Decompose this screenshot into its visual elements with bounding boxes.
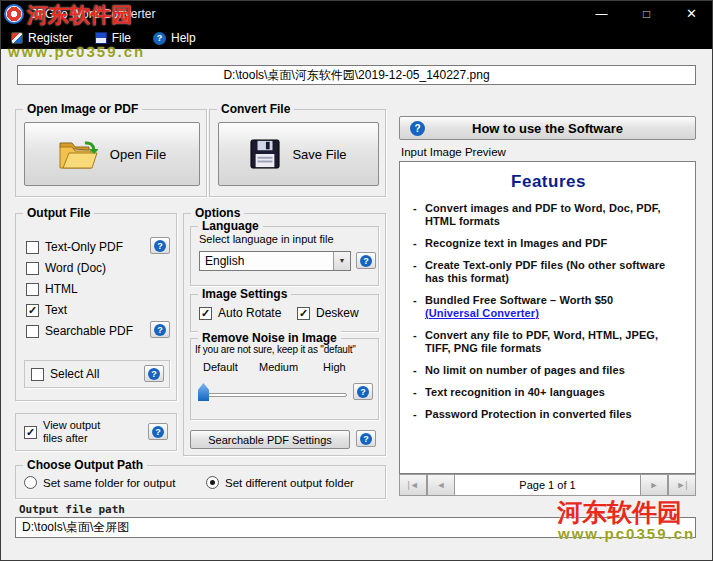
maximize-button[interactable]: □ xyxy=(624,1,669,27)
checkbox-label: Text-Only PDF xyxy=(45,240,123,254)
checkbox-box[interactable] xyxy=(31,368,44,381)
checkbox-box[interactable]: ✓ xyxy=(26,304,39,317)
feature-item: - Convert any file to PDF, Word, HTML, J… xyxy=(412,329,685,355)
radio-same-folder[interactable]: Set same folder for output xyxy=(24,476,175,489)
help-badge-language[interactable]: ? xyxy=(356,252,376,269)
help-badge-searchable-settings[interactable]: ? xyxy=(356,430,376,447)
checkbox-label: Text xyxy=(45,303,67,317)
bullet-icon: - xyxy=(413,259,417,272)
help-icon: ? xyxy=(153,32,166,45)
checkbox-deskew[interactable]: ✓ Deskew xyxy=(297,306,359,320)
convert-file-group: Convert File Save File xyxy=(209,109,386,197)
remove-noise-title: Remove Noise in Image xyxy=(198,331,341,345)
noise-level-high: High xyxy=(323,361,346,373)
output-file-path-field[interactable]: D:\tools\桌面\全屏图 xyxy=(15,517,696,538)
output-file-title: Output File xyxy=(23,206,94,220)
checkbox-searchable-pdf[interactable]: Searchable PDF xyxy=(26,324,133,338)
open-file-button[interactable]: Open File xyxy=(24,122,200,186)
menu-file[interactable]: File xyxy=(95,27,131,49)
checkbox-label: Auto Rotate xyxy=(218,306,281,320)
input-image-preview-panel: Features - Convert images and PDF to Wor… xyxy=(399,161,696,474)
checkbox-text[interactable]: ✓ Text xyxy=(26,303,67,317)
menu-file-label: File xyxy=(112,31,131,45)
question-icon: ? xyxy=(154,240,166,252)
select-all-panel: Select All ? xyxy=(24,360,170,388)
chevron-down-icon[interactable]: ▼ xyxy=(333,252,350,270)
remove-noise-subgroup: Remove Noise in Image If you are not sur… xyxy=(190,338,379,420)
language-subgroup: Language Select language in input file E… xyxy=(190,226,379,286)
open-image-group: Open Image or PDF Open File xyxy=(15,109,207,197)
menu-bar: Register File ? Help xyxy=(1,27,713,49)
searchable-pdf-settings-button[interactable]: Searchable PDF Settings xyxy=(190,430,350,449)
input-image-preview-label: Input Image Preview xyxy=(401,146,506,158)
how-to-use-button[interactable]: ? How to use the Software xyxy=(399,116,696,140)
output-file-path-label: Output file path xyxy=(19,503,125,516)
first-page-button[interactable]: |◄ xyxy=(399,474,427,496)
feature-item: - No limit on number of pages and files xyxy=(412,364,685,377)
minimize-button[interactable]: — xyxy=(579,1,624,27)
menu-help[interactable]: ? Help xyxy=(153,27,196,49)
question-icon: ? xyxy=(410,121,425,136)
checkbox-box[interactable] xyxy=(26,325,39,338)
question-icon: ? xyxy=(360,255,372,267)
feature-text: Recognize text in Images and PDF xyxy=(425,237,607,249)
checkbox-box[interactable]: ✓ xyxy=(199,307,212,320)
checkbox-label: Deskew xyxy=(316,306,359,320)
save-file-button[interactable]: Save File xyxy=(218,122,379,186)
radio-different-folder[interactable]: Set different output folder xyxy=(206,476,354,489)
feature-text: No limit on number of pages and files xyxy=(425,364,625,376)
how-to-use-label: How to use the Software xyxy=(472,121,623,136)
universal-converter-link[interactable]: (Universal Converter) xyxy=(425,307,685,320)
feature-item: - Password Protection in converted files xyxy=(412,408,685,421)
menu-register-label: Register xyxy=(28,31,73,45)
checkbox-box[interactable] xyxy=(26,262,39,275)
radio-label: Set different output folder xyxy=(225,477,354,489)
noise-slider-thumb[interactable] xyxy=(198,383,209,401)
checkbox-box[interactable]: ✓ xyxy=(24,426,37,439)
checkbox-view-output[interactable]: ✓ View output files after xyxy=(24,419,117,445)
choose-output-path-group: Choose Output Path Set same folder for o… xyxy=(15,465,386,499)
feature-text: Convert images and PDF to Word, Doc, PDF… xyxy=(425,202,661,227)
close-button[interactable]: ✕ xyxy=(669,1,713,27)
noise-slider-track[interactable] xyxy=(199,393,347,397)
question-icon: ? xyxy=(360,433,372,445)
checkbox-label: HTML xyxy=(45,282,78,296)
last-page-button[interactable]: ►| xyxy=(668,474,696,496)
language-dropdown[interactable]: English ▼ xyxy=(199,251,351,271)
checkbox-box[interactable] xyxy=(26,283,39,296)
language-title: Language xyxy=(198,219,263,233)
next-page-button[interactable]: ► xyxy=(640,474,668,496)
menu-register[interactable]: Register xyxy=(11,27,73,49)
page-indicator: Page 1 of 1 xyxy=(455,474,640,496)
help-badge-view-output[interactable]: ? xyxy=(148,423,168,440)
checkbox-box[interactable]: ✓ xyxy=(297,307,310,320)
checkbox-select-all[interactable]: Select All xyxy=(31,367,99,381)
checkbox-box[interactable] xyxy=(26,241,39,254)
open-file-label: Open File xyxy=(110,147,166,162)
bullet-icon: - xyxy=(413,408,417,421)
radio-button[interactable] xyxy=(24,476,37,489)
checkbox-label: Searchable PDF xyxy=(45,324,133,338)
checkbox-word-doc[interactable]: Word (Doc) xyxy=(26,261,106,275)
feature-item: - Convert images and PDF to Word, Doc, P… xyxy=(412,202,685,228)
help-badge-noise[interactable]: ? xyxy=(353,383,373,400)
searchable-pdf-settings-label: Searchable PDF Settings xyxy=(208,434,332,446)
preview-pagination: |◄ ◄ Page 1 of 1 ► ►| xyxy=(399,474,696,496)
view-output-panel: ✓ View output files after ? xyxy=(15,413,177,451)
help-badge-searchable-pdf[interactable]: ? xyxy=(150,321,170,338)
input-file-path-field[interactable]: D:\tools\桌面\河东软件园\2019-12-05_140227.png xyxy=(17,65,696,85)
bullet-icon: - xyxy=(413,202,417,215)
help-badge-text-only-pdf[interactable]: ? xyxy=(150,237,170,254)
menu-help-label: Help xyxy=(171,31,196,45)
radio-button[interactable] xyxy=(206,476,219,489)
help-badge-select-all[interactable]: ? xyxy=(144,365,164,382)
image-settings-title: Image Settings xyxy=(198,287,291,301)
open-group-title: Open Image or PDF xyxy=(23,102,142,116)
bullet-icon: - xyxy=(413,386,417,399)
checkbox-html[interactable]: HTML xyxy=(26,282,78,296)
noise-hint: If you are not sure, keep it as "default… xyxy=(195,344,356,355)
checkbox-text-only-pdf[interactable]: Text-Only PDF xyxy=(26,240,123,254)
checkbox-auto-rotate[interactable]: ✓ Auto Rotate xyxy=(199,306,281,320)
question-icon: ? xyxy=(148,368,160,380)
prev-page-button[interactable]: ◄ xyxy=(427,474,455,496)
